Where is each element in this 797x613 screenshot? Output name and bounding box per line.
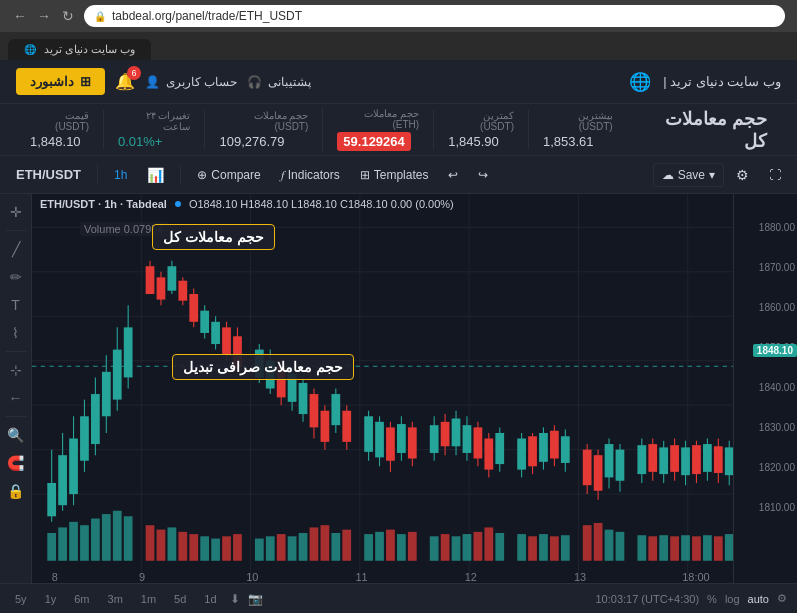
svg-rect-185 — [681, 535, 690, 561]
price-1810: 1810.00 — [759, 502, 795, 513]
tf-3m[interactable]: 3m — [103, 592, 128, 606]
change-value: +0.01% — [118, 134, 162, 149]
volume-value: 109,276.79 — [219, 134, 284, 149]
svg-text:8: 8 — [52, 571, 58, 583]
svg-rect-175 — [550, 536, 559, 560]
browser-nav: ← → ↻ 🔒 tabdeal.org/panel/trade/ETH_USDT — [0, 0, 797, 32]
fib-tool[interactable]: ⌇ — [4, 321, 28, 345]
svg-rect-117 — [681, 447, 690, 475]
magnet-tool[interactable]: 🧲 — [4, 451, 28, 475]
svg-rect-97 — [550, 431, 559, 459]
templates-button[interactable]: ⊞ Templates — [352, 164, 437, 186]
tf-5d[interactable]: 5d — [169, 592, 191, 606]
lock-tool[interactable]: 🔒 — [4, 479, 28, 503]
tf-1d[interactable]: 1d — [199, 592, 221, 606]
settings-button[interactable]: ⚙ — [728, 163, 757, 187]
svg-rect-65 — [342, 411, 351, 442]
chart-download-icon[interactable]: ⬇ — [230, 592, 240, 606]
svg-rect-164 — [408, 532, 417, 561]
svg-rect-166 — [441, 534, 450, 561]
trendline-tool[interactable]: ╱ — [4, 237, 28, 261]
svg-rect-17 — [58, 455, 67, 505]
svg-rect-35 — [168, 266, 177, 290]
pair-selector[interactable]: ETH/USDT — [8, 163, 89, 186]
tooltip-total: حجم معاملات کل — [152, 224, 275, 250]
chart-main[interactable]: ETH/USDT · 1h · Tabdeal O1848.10 H1848.1… — [32, 194, 797, 583]
redo-button[interactable]: ↪ — [470, 164, 496, 186]
svg-rect-153 — [277, 534, 286, 561]
svg-rect-134 — [47, 533, 56, 561]
compare-button[interactable]: ⊕ Compare — [189, 164, 268, 186]
favicon: 🌐 — [24, 44, 36, 55]
svg-rect-139 — [102, 514, 111, 561]
svg-rect-184 — [670, 536, 679, 560]
tooltip-swap-text: حجم معاملات صرافی تبدیل — [183, 359, 343, 375]
browser-tab[interactable]: 🌐 وب سایت دنیای ترید — [8, 39, 151, 60]
svg-rect-179 — [605, 530, 614, 561]
support-button[interactable]: پشتیبانی 🎧 — [247, 75, 311, 89]
svg-rect-77 — [430, 425, 439, 453]
svg-rect-148 — [211, 539, 220, 561]
log-toggle[interactable]: log — [725, 593, 740, 605]
site-label: وب سایت دنیای ترید | — [663, 74, 781, 89]
chart-header-info: ETH/USDT · 1h · Tabdeal O1848.10 H1848.1… — [40, 198, 454, 210]
eth-vol-label: حجم معاملات (ETH) — [337, 108, 419, 130]
url-bar[interactable]: 🔒 tabdeal.org/panel/trade/ETH_USDT — [84, 5, 785, 27]
high-stat: بیشترین (USDT) 1,853.61 — [528, 110, 627, 149]
arrow-tool[interactable]: ← — [4, 386, 28, 410]
timeframe-selector[interactable]: 1h — [106, 164, 135, 186]
text-tool[interactable]: T — [4, 293, 28, 317]
svg-rect-157 — [321, 525, 330, 561]
svg-rect-85 — [474, 427, 483, 458]
back-button[interactable]: ← — [12, 8, 28, 24]
zoom-tool[interactable]: 🔍 — [4, 423, 28, 447]
price-axis: 1880.00 1870.00 1860.00 1850.00 1848.10 … — [733, 194, 797, 583]
notification-bell[interactable]: 🔔 6 — [115, 72, 135, 91]
chart-type-button[interactable]: 📊 — [139, 163, 172, 187]
svg-rect-15 — [47, 483, 56, 516]
save-button[interactable]: ☁ Save ▾ — [653, 163, 724, 187]
percent-toggle[interactable]: % — [707, 593, 717, 605]
tool-sep3 — [6, 416, 26, 417]
auto-toggle[interactable]: auto — [748, 593, 769, 605]
svg-text:18:00: 18:00 — [682, 571, 709, 583]
account-button[interactable]: حساب کاربری 👤 — [145, 75, 237, 89]
url-text: tabdeal.org/panel/trade/ETH_USDT — [112, 9, 302, 23]
indicators-label: Indicators — [288, 168, 340, 182]
tf-1y[interactable]: 1y — [40, 592, 62, 606]
chart-toolbar: ETH/USDT 1h 📊 ⊕ Compare 𝑓 Indicators ⊞ T… — [0, 156, 797, 194]
pen-tool[interactable]: ✏ — [4, 265, 28, 289]
svg-rect-172 — [517, 534, 526, 561]
svg-rect-167 — [452, 536, 461, 560]
forward-button[interactable]: → — [36, 8, 52, 24]
change-label: تغییرات ۲۴ ساعت — [118, 110, 190, 132]
svg-rect-161 — [375, 532, 384, 561]
indicators-button[interactable]: 𝑓 Indicators — [273, 164, 348, 186]
tf-6m[interactable]: 6m — [69, 592, 94, 606]
svg-rect-168 — [463, 534, 472, 561]
app-bar: داشبورد ⊞ 🔔 6 حساب کاربری 👤 پشتیبانی 🎧 و… — [0, 60, 797, 104]
tf-5y[interactable]: 5y — [10, 592, 32, 606]
time-display: 10:03:17 (UTC+4:30) — [595, 593, 699, 605]
site-logo: 🌐 — [629, 71, 651, 93]
templates-icon: ⊞ — [360, 168, 370, 182]
dashboard-button[interactable]: داشبورد ⊞ — [16, 68, 105, 95]
tf-1m[interactable]: 1m — [136, 592, 161, 606]
price-1880: 1880.00 — [759, 222, 795, 233]
svg-text:13: 13 — [574, 571, 586, 583]
svg-rect-119 — [692, 445, 701, 474]
camera-icon[interactable]: 📷 — [248, 592, 263, 606]
svg-rect-107 — [616, 450, 625, 481]
app-bar-right: داشبورد ⊞ 🔔 6 حساب کاربری 👤 پشتیبانی 🎧 — [16, 68, 311, 95]
fullscreen-button[interactable]: ⛶ — [761, 164, 789, 186]
svg-rect-149 — [222, 536, 231, 560]
price-value: 1,848.10 — [30, 134, 81, 149]
undo-button[interactable]: ↩ — [440, 164, 466, 186]
settings-icon[interactable]: ⚙ — [777, 592, 787, 605]
eth-vol-stat: حجم معاملات (ETH) 59.129264 — [322, 108, 433, 151]
dashboard-label: داشبورد — [30, 74, 74, 89]
svg-text:11: 11 — [355, 571, 367, 583]
refresh-button[interactable]: ↻ — [60, 8, 76, 24]
cursor-tool[interactable]: ✛ — [4, 200, 28, 224]
measure-tool[interactable]: ⊹ — [4, 358, 28, 382]
